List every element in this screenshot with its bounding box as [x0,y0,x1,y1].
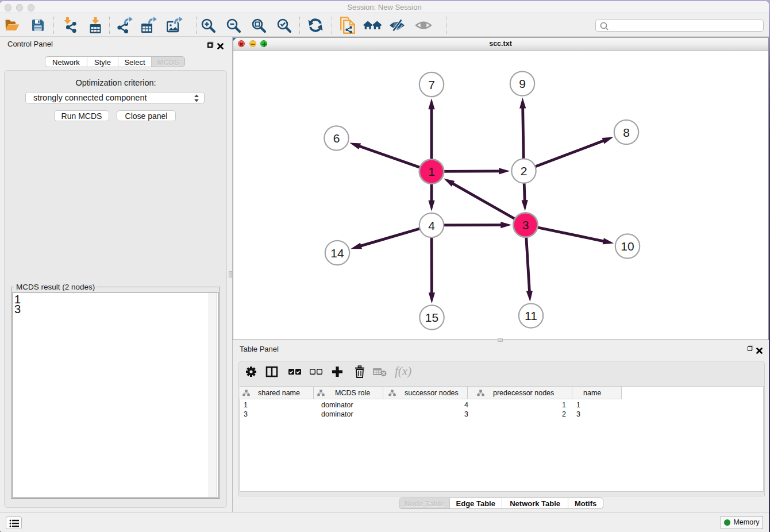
svg-text:7: 7 [428,78,435,91]
svg-text:14: 14 [330,246,344,259]
svg-text:11: 11 [525,309,537,322]
svg-text:3: 3 [522,218,529,232]
svg-text:4: 4 [428,218,435,232]
svg-text:10: 10 [621,240,634,253]
svg-text:8: 8 [623,125,630,138]
svg-text:15: 15 [425,311,438,324]
svg-text:2: 2 [520,164,527,178]
svg-text:1: 1 [428,165,435,178]
svg-text:9: 9 [519,77,526,90]
svg-text:6: 6 [333,132,340,145]
